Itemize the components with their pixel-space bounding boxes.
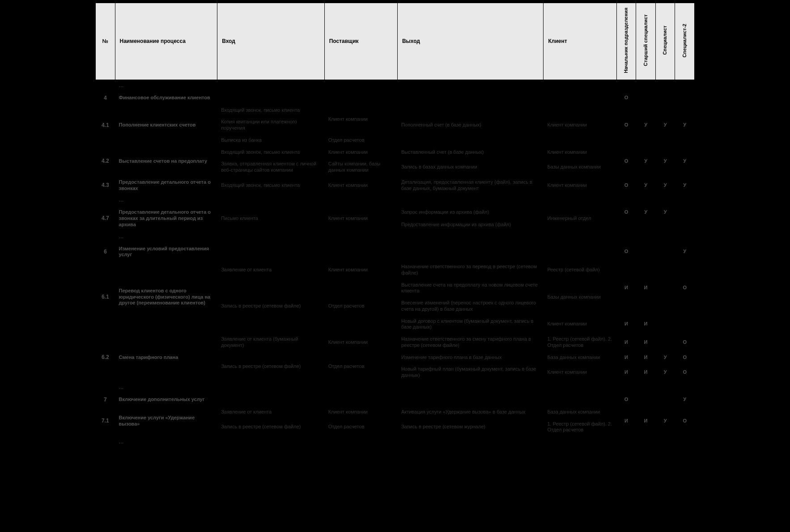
input-cell: Запись в реестре (сетевом файле) [217,418,324,436]
client-cell: Базы данных компании [544,158,616,177]
input-cell: Входящий звонок, письмо клиента [217,176,324,194]
role-cell: У [636,104,656,146]
role-cell: И [636,351,656,363]
supplier-cell: Клиент компании [324,261,397,279]
output-cell: Активация услуги «Удержание вызова» в ба… [397,406,544,418]
output-cell: Внесение изменений (перенос настроек с о… [397,297,544,316]
table-row: … [96,80,695,92]
role-cell: У [655,363,675,382]
col-input: Вход [217,3,324,80]
supplier-cell: Клиент компании [324,146,397,158]
client-cell: Клиент компании [544,315,616,334]
role-cell: И [616,334,636,352]
output-cell: Новый договор с клиентом (бумажный докум… [397,315,544,334]
table-header: № Наименование процесса Вход Поставщик В… [96,3,695,80]
role-cell: О [675,406,695,436]
proc-name: Перевод клиентов с одного юридического (… [115,261,217,334]
input-cell: Письмо клиента [217,207,324,231]
proc-name: Предоставление детального отчета о звонк… [115,176,217,194]
role-cell: И [636,315,656,334]
client-cell: База данных компании [544,351,616,363]
table-row: … [96,436,695,448]
input-cell: Выписка из банка [217,134,324,146]
supplier-cell: Клиент компании [324,207,397,231]
proc-num: 4 [96,92,115,104]
input-cell: Заявление от клиента (бумажный документ) [217,334,324,352]
table-row: 4.7 Предоставление детального отчета о з… [96,207,695,219]
proc-num: 6.2 [96,334,115,382]
role-cell: О [616,393,636,406]
output-cell: Выставление счета на предоплату на новом… [397,279,544,297]
table-row: 7 Включение дополнительных услуг О У [96,393,695,406]
role-cell: У [675,146,695,176]
output-cell: Новый тарифный план (бумажный документ, … [397,363,544,382]
input-cell: Копия квитанции или платежного поручения [217,116,324,135]
table-row: 4.2 Выставление счетов на предоплату Вхо… [96,146,695,158]
role-cell: У [655,207,675,219]
input-cell: Входящий звонок, письмо клиента [217,104,324,116]
input-cell: Заявление от клиента [217,406,324,418]
output-cell: Предоставление информации из архива (фай… [397,219,544,231]
col-role-senior: Старший специалист [636,3,656,80]
role-cell: И [616,351,636,363]
proc-num: 7 [96,393,115,406]
client-cell: 1. Реестр (сетевой файл). 2. Отдел расче… [544,334,616,352]
role-cell: И [616,406,636,436]
role-cell: О [616,207,636,219]
table-row: 6.1 Перевод клиентов с одного юридическо… [96,261,695,279]
proc-num: 4.2 [96,146,115,176]
role-cell: У [636,146,656,176]
supplier-cell: Отдел расчетов [324,134,397,146]
output-cell: Назначение ответственного за смену тариф… [397,334,544,352]
role-cell: И [616,261,636,316]
role-cell: О [616,146,636,176]
client-cell: Клиент компании [544,363,616,382]
table-row: … [96,381,695,393]
output-cell: Детализация, предоставленная клиенту (фа… [397,176,544,194]
process-table: № Наименование процесса Вход Поставщик В… [95,3,695,448]
proc-num: 6 [96,243,115,261]
ellipsis: … [115,436,217,448]
client-cell: Инженерный отдел [544,207,616,231]
supplier-cell: Отдел расчетов [324,418,397,436]
ellipsis: … [115,194,217,207]
client-cell: Клиент компании [544,104,616,146]
proc-num: 4.7 [96,207,115,231]
supplier-cell: Сайты компании, базы данных компании [324,158,397,177]
supplier-cell: Клиент компании [324,176,397,194]
table-row: … [96,231,695,243]
role-cell: У [655,104,675,146]
role-cell: И [636,261,656,316]
table-row: … [96,194,695,207]
proc-num: 4.1 [96,104,115,146]
col-output: Выход [397,3,544,80]
role-cell: О [616,243,636,261]
proc-num: 6.1 [96,261,115,334]
role-cell: И [616,363,636,382]
role-cell: У [636,176,656,194]
proc-name: Пополнение клиентских счетов [115,104,217,146]
ellipsis: … [115,80,217,92]
role-cell: О [675,351,695,363]
ellipsis: … [115,231,217,243]
role-cell: У [675,243,695,261]
client-cell: Клиент компании [544,176,616,194]
table-row: 6.2 Смена тарифного плана Заявление от к… [96,334,695,352]
col-role-spec2: Специалист-2 [675,3,695,80]
role-cell: У [675,176,695,194]
table-row: 6 Изменение условий предоставления услуг… [96,243,695,261]
table-row: 4.3 Предоставление детального отчета о з… [96,176,695,194]
output-cell: Запрос информации из архива (файл) [397,207,544,219]
proc-name: Изменение условий предоставления услуг [115,243,217,261]
ellipsis: … [115,381,217,393]
proc-name: Смена тарифного плана [115,334,217,382]
table-row: 4 Финансовое обслуживание клиентов О [96,92,695,104]
role-cell: У [675,104,695,146]
input-cell: Заявление от клиента [217,261,324,279]
col-name: Наименование процесса [115,3,217,80]
proc-name: Предоставление детального отчета о звон­… [115,207,217,231]
role-cell: О [675,334,695,352]
col-role-spec: Специалист [655,3,675,80]
col-supplier: Поставщик [324,3,397,80]
col-role-head: Начальник подразделения [616,3,636,80]
